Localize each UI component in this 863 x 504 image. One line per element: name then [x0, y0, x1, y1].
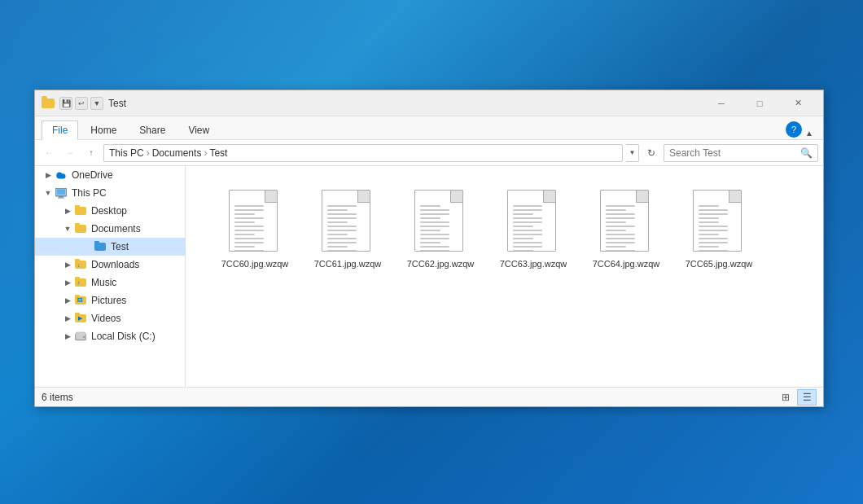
sidebar-item-pictures[interactable]: ▶ 🖼 Pictures [35, 291, 185, 309]
documents-folder-icon [74, 222, 87, 235]
expand-icon-docs: ▼ [61, 222, 74, 235]
svg-rect-1 [57, 189, 65, 194]
path-item-documents: Documents [152, 147, 202, 159]
sidebar-label-documents: Documents [91, 223, 141, 234]
sidebar-label-test: Test [111, 241, 129, 252]
expand-icon-desktop: ▶ [61, 204, 74, 217]
onedrive-icon [55, 169, 68, 182]
downloads-folder-icon: ↓ [74, 258, 87, 271]
file-name-3: 7CC63.jpg.wzqw [500, 258, 567, 270]
help-button[interactable]: ? [786, 121, 802, 138]
ribbon: File Home Share View ? ▲ [35, 116, 823, 140]
path-item-thispc: This PC [109, 147, 144, 159]
file-item[interactable]: 7CC60.jpg.wzqw [210, 182, 300, 277]
file-item[interactable]: 7CC62.jpg.wzqw [396, 182, 485, 277]
computer-icon [55, 186, 68, 199]
expand-icon-downloads: ▶ [61, 258, 74, 271]
sidebar-label-music: Music [91, 277, 116, 288]
nav-pane: ▶ OneDrive ▼ This PC ▶ Deskto [35, 166, 186, 387]
file-item[interactable]: 7CC61.jpg.wzqw [303, 182, 392, 277]
sidebar-label-videos: Videos [91, 313, 120, 324]
sidebar-item-documents[interactable]: ▼ Documents [35, 220, 185, 238]
expand-icon-music: ▶ [61, 276, 74, 289]
sidebar-item-videos[interactable]: ▶ ▶ Videos [35, 309, 185, 327]
tab-home[interactable]: Home [80, 120, 127, 139]
grid-view-button[interactable]: ⊞ [776, 389, 795, 405]
file-icons-grid: 7CC60.jpg.wzqw [194, 174, 815, 285]
tab-file[interactable]: File [42, 121, 78, 140]
file-name-0: 7CC60.jpg.wzqw [221, 258, 289, 270]
file-name-1: 7CC61.jpg.wzqw [314, 258, 382, 270]
svg-rect-2 [59, 196, 64, 198]
sidebar-item-music[interactable]: ▶ ♪ Music [35, 274, 185, 291]
sidebar-item-downloads[interactable]: ▶ ↓ Downloads [35, 256, 185, 274]
path-dropdown-btn[interactable]: ▼ [626, 144, 639, 162]
file-icon-2 [414, 190, 467, 255]
file-icon-5 [693, 190, 745, 255]
tab-view[interactable]: View [177, 120, 220, 139]
file-icon-0 [229, 190, 281, 255]
quick-save-btn[interactable]: 💾 [59, 97, 72, 110]
search-input[interactable] [669, 147, 800, 159]
up-button[interactable]: ↑ [82, 144, 100, 162]
expand-icon-videos: ▶ [61, 312, 74, 325]
folder-title-icon [42, 99, 55, 108]
ribbon-tabs: File Home Share View ? ▲ [35, 116, 823, 139]
forward-button[interactable]: → [61, 144, 79, 162]
pictures-folder-icon: 🖼 [74, 294, 87, 307]
desktop-folder-icon [74, 204, 87, 217]
quick-undo-btn[interactable]: ↩ [75, 97, 88, 110]
file-explorer-window: 💾 ↩ ▼ Test ─ □ ✕ File Home Share View ? … [34, 90, 824, 407]
sidebar-label-pictures: Pictures [91, 295, 126, 306]
music-folder-icon: ♪ [74, 276, 87, 289]
test-folder-icon [94, 240, 107, 253]
tab-share[interactable]: Share [129, 120, 176, 139]
view-toggle: ⊞ ☰ [776, 389, 817, 405]
search-icon[interactable]: 🔍 [800, 147, 813, 159]
file-icon-3 [507, 190, 559, 255]
file-item[interactable]: 7CC64.jpg.wzqw [581, 182, 671, 277]
file-item[interactable]: 7CC65.jpg.wzqw [674, 182, 764, 277]
sidebar-item-onedrive[interactable]: ▶ OneDrive [35, 166, 185, 184]
address-bar: ← → ↑ This PC › Documents › Test ▼ ↻ 🔍 [35, 140, 823, 166]
svg-rect-5 [76, 332, 85, 340]
address-path[interactable]: This PC › Documents › Test [103, 144, 623, 162]
minimize-button[interactable]: ─ [703, 90, 740, 116]
sidebar-label-desktop: Desktop [91, 205, 127, 217]
back-button[interactable]: ← [40, 144, 58, 162]
file-item[interactable]: 7CC63.jpg.wzqw [488, 182, 578, 277]
file-icon-1 [322, 190, 374, 255]
ribbon-expand-btn[interactable]: ▲ [805, 129, 817, 138]
quick-menu-btn[interactable]: ▼ [90, 97, 103, 110]
sidebar-item-localdisk[interactable]: ▶ Local Disk (C:) [35, 327, 185, 345]
file-name-5: 7CC65.jpg.wzqw [686, 258, 753, 270]
sidebar-item-desktop[interactable]: ▶ Desktop [35, 202, 185, 220]
sidebar-item-thispc[interactable]: ▼ This PC [35, 184, 185, 202]
window-title: Test [108, 98, 703, 109]
status-item-count: 6 items [42, 392, 776, 403]
videos-folder-icon: ▶ [74, 312, 87, 325]
file-name-2: 7CC62.jpg.wzqw [407, 258, 475, 270]
expand-icon-thispc: ▼ [42, 186, 55, 199]
svg-point-6 [83, 336, 85, 338]
drive-folder-icon [74, 330, 87, 343]
window-controls: ─ □ ✕ [703, 90, 817, 116]
close-button[interactable]: ✕ [779, 90, 817, 116]
main-content: ▶ OneDrive ▼ This PC ▶ Deskto [35, 166, 823, 387]
refresh-button[interactable]: ↻ [642, 144, 660, 162]
file-view: 7CC60.jpg.wzqw [186, 166, 823, 387]
file-icon-4 [600, 190, 652, 255]
file-name-4: 7CC64.jpg.wzqw [593, 258, 660, 270]
svg-rect-3 [58, 197, 64, 198]
expand-icon: ▶ [42, 169, 55, 182]
sidebar-item-test[interactable]: ▶ Test [35, 238, 185, 256]
sidebar-label-thispc: This PC [72, 187, 107, 199]
search-box: 🔍 [664, 144, 818, 162]
path-item-test: Test [209, 147, 227, 159]
title-bar: 💾 ↩ ▼ Test ─ □ ✕ [35, 90, 823, 116]
window-icon [42, 97, 55, 110]
sidebar-label-localdisk: Local Disk (C:) [91, 331, 156, 342]
status-bar: 6 items ⊞ ☰ [35, 387, 823, 406]
list-view-button[interactable]: ☰ [797, 389, 817, 405]
maximize-button[interactable]: □ [741, 90, 778, 116]
